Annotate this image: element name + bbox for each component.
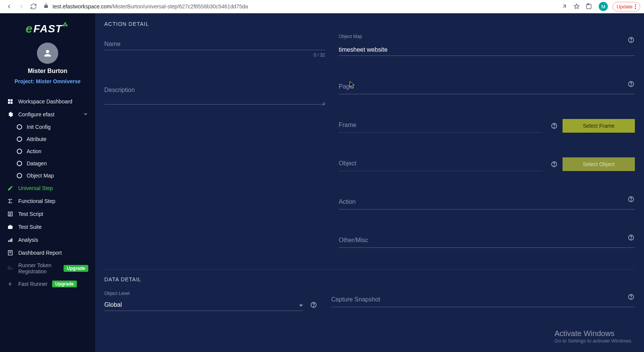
data-detail-form: Object Level Global Capture Snapshot (104, 291, 635, 325)
sidebar-item-label: Functional Step (18, 198, 55, 204)
sidebar-item-workspace-dashboard[interactable]: Workspace Dashboard (0, 95, 95, 108)
svg-point-27 (631, 239, 631, 239)
svg-rect-12 (11, 238, 13, 242)
select-frame-button[interactable]: Select Frame (563, 119, 635, 133)
object-map-value[interactable]: timesheet website (339, 46, 387, 53)
frame-input[interactable] (339, 116, 542, 133)
share-icon[interactable] (559, 1, 570, 12)
action-field-wrap: Action (339, 193, 635, 209)
sidebar-item-label: Runner Token Registration (18, 262, 59, 274)
browser-update-button[interactable]: Update (612, 2, 640, 11)
name-input[interactable] (104, 34, 325, 50)
chevron-down-icon (299, 304, 303, 307)
back-button[interactable] (4, 1, 14, 12)
section-title-action-detail: ACTION DETAIL (104, 18, 635, 34)
help-icon[interactable] (550, 122, 558, 130)
sidebar-item-object-map[interactable]: Object Map (0, 170, 95, 182)
fingerprint-icon (7, 265, 14, 272)
reload-button[interactable] (28, 1, 39, 12)
svg-point-25 (631, 200, 631, 201)
svg-point-19 (631, 85, 631, 86)
object-field-wrap: Object Select Object (339, 155, 635, 171)
sidebar-item-label: Dashboard Report (18, 250, 62, 256)
svg-point-23 (554, 165, 554, 166)
project-label[interactable]: Project: Mister Omniverse (14, 78, 81, 84)
resize-handle-icon[interactable] (321, 101, 325, 105)
sidebar-item-test-suite[interactable]: Test Suite (0, 220, 95, 233)
url-host: test.efastworkspace.com (53, 3, 111, 10)
sidebar-item-test-script[interactable]: Test Script (0, 208, 95, 220)
capture-snapshot-field-wrap: Capture Snapshot (331, 291, 635, 310)
help-icon[interactable] (550, 160, 558, 168)
url-path: /MisterBurton/universal-step/627c2f8556b… (111, 3, 248, 10)
svg-point-29 (313, 306, 314, 306)
sidebar-item-attribute[interactable]: Attribute (0, 133, 95, 145)
dashboard-icon (7, 98, 14, 105)
main-content: ACTION DETAIL Name 0 / 32 Description Ob (95, 13, 644, 352)
sidebar-item-configure-efast[interactable]: Configure efast (0, 108, 95, 121)
help-icon[interactable] (627, 234, 635, 241)
svg-point-31 (631, 298, 631, 298)
other-input[interactable] (339, 231, 635, 248)
sidebar-item-dashboard-report[interactable]: Dashboard Report (0, 246, 95, 259)
sidebar-item-label: Init Config (27, 124, 51, 130)
description-input[interactable] (104, 81, 325, 105)
sidebar-item-fast-runner[interactable]: Fast Runner Upgrade (0, 277, 95, 290)
object-input[interactable] (339, 155, 542, 171)
radio-icon (17, 149, 22, 154)
object-level-select[interactable]: Global (104, 296, 303, 311)
sidebar-item-label: Attribute (27, 136, 46, 142)
sidebar-item-label: Universal Step (18, 185, 53, 191)
pencil-icon (7, 185, 14, 192)
page-input[interactable] (339, 78, 635, 94)
help-icon[interactable] (627, 36, 635, 44)
action-input[interactable] (339, 193, 635, 209)
object-level-value: Global (104, 301, 299, 308)
star-icon[interactable] (571, 1, 582, 12)
sidebar-item-universal-step[interactable]: Universal Step (0, 182, 95, 195)
section-title-data-detail: DATA DETAIL (104, 276, 635, 289)
sidebar-item-init-config[interactable]: Init Config (0, 121, 95, 133)
help-icon[interactable] (627, 195, 635, 203)
forward-button[interactable] (16, 1, 27, 12)
sidebar-item-runner-token[interactable]: Runner Token Registration Upgrade (0, 259, 95, 277)
extensions-icon[interactable] (583, 1, 594, 12)
object-level-label: Object Level (104, 291, 317, 296)
sidebar-item-functional-step[interactable]: Functional Step (0, 195, 95, 208)
select-object-button[interactable]: Select Object (563, 157, 635, 171)
radio-icon (17, 136, 22, 142)
object-map-field-wrap: Object Map timesheet website (339, 34, 635, 56)
browser-toolbar: test.efastworkspace.com/MisterBurton/uni… (0, 0, 644, 13)
upgrade-badge[interactable]: Upgrade (52, 281, 77, 287)
help-icon[interactable] (310, 301, 317, 309)
help-icon[interactable] (627, 293, 635, 301)
profile-avatar-small[interactable]: M (599, 2, 608, 11)
sidebar-item-analysis[interactable]: Analysis (0, 233, 95, 246)
svg-point-21 (554, 127, 554, 127)
object-level-field-wrap: Object Level Global (104, 291, 317, 311)
logo: e FAST ☘ (0, 18, 95, 43)
help-icon[interactable] (627, 80, 635, 88)
url-display[interactable]: test.efastworkspace.com/MisterBurton/uni… (53, 3, 248, 10)
upgrade-badge[interactable]: Upgrade (64, 265, 88, 272)
watermark-subtitle: Go to Settings to activate Windows. (555, 338, 633, 344)
sigma-icon (7, 198, 14, 205)
svg-rect-2 (8, 99, 10, 101)
sidebar-item-action[interactable]: Action (0, 145, 95, 157)
list-icon (7, 211, 14, 217)
chevron-down-icon (83, 111, 88, 118)
svg-rect-4 (8, 102, 10, 104)
sidebar-item-label: Test Script (18, 211, 43, 217)
page-field-wrap: Page (339, 78, 635, 94)
lock-icon (43, 3, 49, 10)
logo-text: FAST (33, 23, 62, 35)
other-misc-field-wrap: Other/Misc (339, 231, 635, 248)
svg-rect-3 (11, 99, 13, 101)
capture-snapshot-input[interactable] (331, 291, 635, 307)
windows-activation-watermark: Activate Windows Go to Settings to activ… (555, 329, 633, 344)
sidebar-item-label: Test Suite (18, 224, 41, 230)
sidebar-item-label: Fast Runner (18, 281, 48, 287)
sidebar-item-datagen[interactable]: Datagen (0, 157, 95, 170)
sidebar-item-label: Workspace Dashboard (18, 98, 72, 105)
avatar-icon[interactable] (37, 43, 58, 64)
